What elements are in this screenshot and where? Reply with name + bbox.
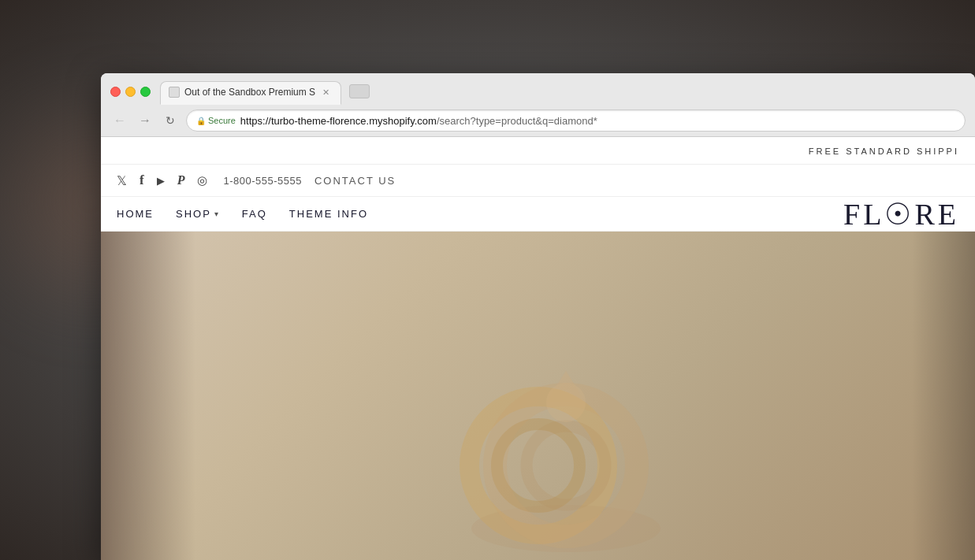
hero-blur-left — [101, 232, 195, 560]
secure-indicator: 🔒 Secure — [196, 116, 236, 125]
traffic-light-close[interactable] — [110, 87, 121, 97]
url-bar[interactable]: 🔒 Secure https://turbo-theme-florence.my… — [186, 109, 966, 132]
traffic-light-maximize[interactable] — [140, 87, 151, 97]
back-button[interactable]: ← — [110, 111, 129, 130]
facebook-icon[interactable]: f — [140, 172, 144, 188]
nav-bar: HOME SHOP ▾ FAQ THEME INFO FL☉RE — [101, 197, 975, 232]
refresh-button[interactable]: ↻ — [161, 111, 180, 130]
website-content: FREE STANDARD SHIPPI 𝕏 f ▶ P ◎ 1-800-555… — [101, 137, 975, 560]
address-bar-row: ← → ↻ 🔒 Secure https://turbo-theme-flore… — [101, 105, 975, 136]
url-prefix: https:// — [240, 115, 271, 127]
youtube-icon[interactable]: ▶ — [157, 175, 165, 187]
logo-text: FL☉RE — [843, 198, 959, 231]
shop-dropdown-arrow: ▾ — [214, 210, 220, 218]
tab-title: Out of the Sandbox Premium S — [184, 87, 315, 98]
forward-button[interactable]: → — [136, 111, 154, 130]
logo-area: FL☉RE — [843, 197, 959, 232]
active-tab[interactable]: Out of the Sandbox Premium S ✕ — [160, 81, 341, 105]
nav-links: HOME SHOP ▾ FAQ THEME INFO — [117, 208, 368, 220]
url-domain: turbo-theme-florence.myshopify.com — [271, 115, 437, 127]
svg-point-2 — [527, 426, 605, 505]
lock-icon: 🔒 — [196, 117, 206, 125]
browser-window: Out of the Sandbox Premium S ✕ ← → ↻ 🔒 S… — [101, 73, 975, 560]
phone-number: 1-800-555-5555 — [223, 175, 302, 187]
nav-faq[interactable]: FAQ — [242, 208, 267, 220]
logo-o: ☉ — [884, 197, 914, 232]
social-bar: 𝕏 f ▶ P ◎ 1-800-555-5555 CONTACT US — [101, 165, 975, 197]
hero-jewelry-svg — [428, 339, 704, 560]
traffic-light-minimize[interactable] — [125, 87, 136, 97]
nav-shop[interactable]: SHOP ▾ — [176, 208, 220, 220]
tab-bar: Out of the Sandbox Premium S ✕ — [101, 73, 975, 105]
announcement-text: FREE STANDARD SHIPPI — [809, 146, 959, 156]
tab-favicon — [169, 87, 180, 98]
nav-shop-label: SHOP — [176, 208, 211, 220]
instagram-icon[interactable]: ◎ — [197, 173, 207, 187]
traffic-lights — [110, 87, 151, 105]
new-tab-area — [341, 80, 379, 105]
hero-area — [101, 232, 975, 560]
url-path: /search?type=product&q=diamond* — [437, 115, 597, 127]
nav-theme-info[interactable]: THEME INFO — [289, 208, 368, 220]
nav-home[interactable]: HOME — [117, 208, 154, 220]
tab-close-button[interactable]: ✕ — [320, 87, 331, 98]
hero-blur-right — [912, 232, 975, 560]
contact-us-link[interactable]: CONTACT US — [314, 175, 396, 187]
secure-label: Secure — [208, 116, 236, 125]
twitter-icon[interactable]: 𝕏 — [117, 173, 127, 188]
announcement-bar: FREE STANDARD SHIPPI — [101, 137, 975, 165]
url-display: https://turbo-theme-florence.myshopify.c… — [240, 115, 597, 127]
browser-chrome: Out of the Sandbox Premium S ✕ ← → ↻ 🔒 S… — [101, 73, 975, 137]
new-tab-button[interactable] — [349, 84, 370, 98]
pinterest-icon[interactable]: P — [177, 173, 185, 187]
